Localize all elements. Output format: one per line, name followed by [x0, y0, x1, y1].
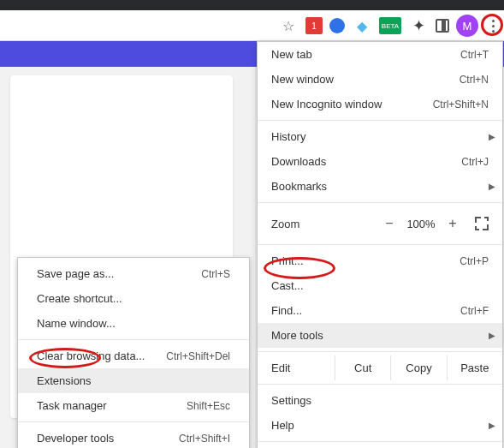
zoom-out-button[interactable]: −	[377, 216, 401, 231]
extension-badge: 1	[311, 21, 317, 31]
menu-label: History	[271, 130, 489, 143]
edit-paste-button[interactable]: Paste	[447, 355, 502, 380]
edit-copy-button[interactable]: Copy	[390, 355, 446, 380]
submenu-dev-tools[interactable]: Developer toolsCtrl+Shift+I	[18, 426, 249, 448]
submenu-create-shortcut[interactable]: Create shortcut...	[18, 286, 249, 311]
menu-more-tools[interactable]: More tools▶	[258, 323, 502, 348]
extensions-puzzle-icon[interactable]: ✦	[408, 15, 429, 36]
fullscreen-icon[interactable]	[475, 217, 489, 230]
submenu-arrow-icon: ▶	[489, 182, 495, 191]
menu-label: More tools	[271, 329, 489, 342]
menu-shortcut: Ctrl+P	[460, 255, 489, 267]
menu-new-window[interactable]: New windowCtrl+N	[258, 67, 502, 92]
menu-find[interactable]: Find...Ctrl+F	[258, 298, 502, 323]
menu-label: Print...	[271, 254, 460, 267]
menu-label: Settings	[271, 394, 489, 407]
chrome-main-menu: New tabCtrl+T New windowCtrl+N New Incog…	[257, 41, 503, 448]
menu-shortcut: Ctrl+Shift+I	[179, 433, 230, 445]
submenu-arrow-icon: ▶	[489, 132, 495, 141]
menu-downloads[interactable]: DownloadsCtrl+J	[258, 149, 502, 174]
menu-label: New window	[271, 73, 460, 86]
menu-separator	[258, 351, 502, 352]
submenu-arrow-icon: ▶	[489, 421, 495, 430]
submenu-extensions[interactable]: Extensions	[18, 368, 249, 393]
menu-shortcut: Ctrl+N	[460, 74, 489, 86]
extension-icon-2[interactable]	[329, 18, 345, 33]
menu-print[interactable]: Print...Ctrl+P	[258, 248, 502, 273]
submenu-save-page[interactable]: Save page as...Ctrl+S	[18, 261, 249, 286]
menu-label: Bookmarks	[271, 180, 489, 193]
menu-label: Save page as...	[37, 267, 201, 280]
menu-label: Zoom	[271, 218, 377, 230]
bookmark-star-icon[interactable]: ☆	[278, 15, 299, 36]
toolbar: ☆ 1 ◆ BETA ✦ M	[0, 10, 504, 41]
extension-icon-3[interactable]: ◆	[352, 15, 372, 36]
menu-label: Edit	[258, 361, 335, 374]
zoom-value: 100%	[401, 218, 441, 230]
menu-label: Clear browsing data...	[37, 349, 166, 362]
submenu-arrow-icon: ▶	[489, 331, 495, 340]
more-tools-submenu: Save page as...Ctrl+S Create shortcut...…	[17, 257, 250, 448]
menu-cast[interactable]: Cast...	[258, 273, 502, 298]
edit-cut-button[interactable]: Cut	[335, 355, 390, 380]
menu-shortcut: Ctrl+Shift+N	[433, 99, 489, 111]
side-panel-icon[interactable]	[436, 19, 449, 33]
beta-label: BETA	[382, 22, 399, 30]
menu-label: Help	[271, 419, 489, 432]
menu-help[interactable]: Help▶	[258, 413, 502, 438]
extension-icon-1[interactable]: 1	[305, 17, 323, 34]
kebab-menu-icon[interactable]	[485, 15, 501, 36]
submenu-clear-data[interactable]: Clear browsing data...Ctrl+Shift+Del	[18, 343, 249, 368]
menu-label: Downloads	[271, 155, 461, 168]
menu-label: New tab	[271, 48, 460, 61]
menu-label: Name window...	[37, 317, 230, 330]
menu-label: Task manager	[37, 399, 187, 412]
zoom-in-button[interactable]: +	[441, 216, 465, 231]
menu-label: New Incognito window	[271, 98, 433, 111]
menu-zoom-row: Zoom − 100% +	[258, 206, 502, 241]
menu-label: Cast...	[271, 279, 489, 292]
menu-label: Developer tools	[37, 432, 179, 445]
menu-label: Extensions	[37, 374, 230, 387]
menu-separator	[258, 202, 502, 203]
menu-separator	[18, 339, 249, 340]
menu-label: Create shortcut...	[37, 292, 230, 305]
menu-shortcut: Shift+Esc	[187, 400, 230, 412]
avatar-initial: M	[463, 20, 472, 33]
menu-separator	[258, 120, 502, 121]
extension-icon-beta[interactable]: BETA	[379, 17, 401, 34]
menu-shortcut: Ctrl+F	[460, 305, 489, 317]
submenu-task-manager[interactable]: Task managerShift+Esc	[18, 393, 249, 418]
menu-separator	[258, 384, 502, 385]
menu-shortcut: Ctrl+J	[461, 156, 489, 168]
menu-settings[interactable]: Settings	[258, 388, 502, 413]
profile-avatar[interactable]: M	[456, 15, 478, 37]
menu-shortcut: Ctrl+Shift+Del	[166, 350, 230, 362]
menu-shortcut: Ctrl+S	[201, 268, 230, 280]
menu-edit-row: Edit Cut Copy Paste	[258, 355, 502, 380]
submenu-name-window[interactable]: Name window...	[18, 311, 249, 336]
menu-bookmarks[interactable]: Bookmarks▶	[258, 174, 502, 199]
menu-new-tab[interactable]: New tabCtrl+T	[258, 42, 502, 67]
menu-history[interactable]: History▶	[258, 124, 502, 149]
menu-separator	[18, 421, 249, 422]
menu-separator	[258, 244, 502, 245]
menu-separator	[258, 441, 502, 442]
menu-incognito[interactable]: New Incognito windowCtrl+Shift+N	[258, 92, 502, 116]
menu-label: Find...	[271, 304, 460, 317]
menu-shortcut: Ctrl+T	[460, 49, 489, 61]
tab-strip	[0, 0, 504, 10]
